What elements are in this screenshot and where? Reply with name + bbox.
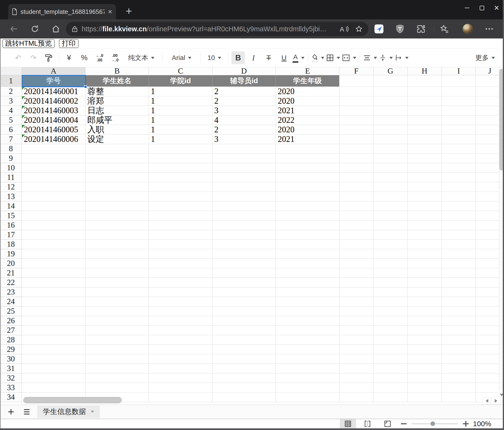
cell-H12[interactable]: [408, 182, 442, 192]
favorites-bar-icon[interactable]: [440, 24, 449, 34]
cell-C4[interactable]: 1: [149, 106, 212, 115]
cell-C8[interactable]: [149, 144, 212, 154]
maximize-button[interactable]: [474, 0, 489, 16]
cell-D34[interactable]: [212, 393, 276, 402]
row-header-13[interactable]: 13: [0, 192, 22, 201]
percent-format-button[interactable]: %: [78, 51, 91, 64]
cell-E14[interactable]: [276, 201, 339, 211]
row-header-18[interactable]: 18: [0, 240, 22, 249]
cell-B24[interactable]: [85, 297, 149, 307]
cell-B13[interactable]: [85, 192, 149, 201]
row-header-31[interactable]: 31: [0, 364, 22, 373]
cell-A22[interactable]: [22, 278, 85, 287]
cell-D19[interactable]: [212, 249, 276, 259]
cell-H31[interactable]: [408, 364, 442, 373]
cell-E16[interactable]: [276, 221, 339, 230]
cell-G8[interactable]: [373, 144, 408, 154]
cell-G14[interactable]: [373, 201, 408, 211]
cell-D12[interactable]: [212, 182, 276, 192]
zoom-in-button[interactable]: [460, 419, 471, 428]
profile-avatar[interactable]: [462, 24, 473, 34]
cell-F16[interactable]: [339, 221, 373, 230]
cell-F4[interactable]: [339, 106, 373, 115]
page-break-view-button[interactable]: [360, 419, 375, 428]
row-header-23[interactable]: 23: [0, 287, 22, 297]
zoom-slider-thumb[interactable]: [431, 421, 435, 426]
cell-I7[interactable]: [442, 134, 476, 144]
cell-I23[interactable]: [442, 287, 476, 297]
lock-icon[interactable]: [72, 25, 78, 32]
cell-E31[interactable]: [276, 364, 339, 373]
cell-F12[interactable]: [339, 182, 373, 192]
cell-I26[interactable]: [442, 316, 476, 326]
zoom-out-button[interactable]: [399, 419, 409, 428]
cell-D5[interactable]: 4: [212, 115, 276, 125]
fill-handle[interactable]: [84, 85, 87, 88]
close-button[interactable]: ×: [489, 0, 504, 16]
cell-C12[interactable]: [149, 182, 212, 192]
cell-E30[interactable]: [276, 354, 339, 364]
cell-H13[interactable]: [408, 192, 442, 201]
cell-B19[interactable]: [85, 249, 149, 259]
cell-E20[interactable]: [276, 259, 339, 268]
cell-G21[interactable]: [373, 268, 408, 278]
cell-I21[interactable]: [442, 268, 476, 278]
row-header-14[interactable]: 14: [0, 201, 22, 211]
refresh-button[interactable]: [30, 24, 40, 34]
cell-C20[interactable]: [149, 259, 212, 268]
cell-B3[interactable]: 溶郑: [85, 96, 149, 106]
column-header-A[interactable]: A: [22, 67, 85, 75]
cell-E4[interactable]: 2021: [276, 106, 339, 115]
cell-B26[interactable]: [85, 316, 149, 326]
cell-C7[interactable]: 1: [149, 134, 212, 144]
cell-H25[interactable]: [408, 307, 442, 316]
horizontal-align-button[interactable]: [363, 54, 377, 61]
cell-G7[interactable]: [373, 134, 408, 144]
cell-E19[interactable]: [276, 249, 339, 259]
cell-F1[interactable]: [339, 75, 373, 87]
cell-G13[interactable]: [373, 192, 408, 201]
cell-D21[interactable]: [212, 268, 276, 278]
row-header-3[interactable]: 3: [0, 96, 22, 106]
cell-B1[interactable]: 学生姓名: [85, 75, 149, 87]
fill-color-button[interactable]: [311, 54, 324, 62]
cell-H7[interactable]: [408, 134, 442, 144]
cell-B31[interactable]: [85, 364, 149, 373]
cell-D10[interactable]: [212, 163, 276, 173]
cell-C22[interactable]: [149, 278, 212, 287]
cell-I22[interactable]: [442, 278, 476, 287]
cell-G26[interactable]: [373, 316, 408, 326]
cell-B29[interactable]: [85, 345, 149, 354]
cell-C29[interactable]: [149, 345, 212, 354]
cell-C14[interactable]: [149, 201, 212, 211]
cell-A17[interactable]: [22, 230, 85, 240]
row-header-29[interactable]: 29: [0, 345, 22, 354]
cell-D22[interactable]: [212, 278, 276, 287]
cell-E10[interactable]: [276, 163, 339, 173]
cell-B33[interactable]: [85, 383, 149, 393]
cell-F17[interactable]: [339, 230, 373, 240]
cell-H20[interactable]: [408, 259, 442, 268]
cell-H24[interactable]: [408, 297, 442, 307]
cell-I32[interactable]: [442, 373, 476, 383]
add-sheet-button[interactable]: [6, 407, 16, 417]
cell-H34[interactable]: [408, 393, 442, 402]
cell-C16[interactable]: [149, 221, 212, 230]
cell-A1[interactable]: 学号: [22, 75, 85, 87]
cell-G30[interactable]: [373, 354, 408, 364]
row-header-4[interactable]: 4: [0, 106, 22, 115]
cell-C15[interactable]: [149, 211, 212, 221]
cell-C27[interactable]: [149, 326, 212, 335]
cell-A30[interactable]: [22, 354, 85, 364]
row-header-34[interactable]: 34: [0, 393, 22, 402]
cell-H15[interactable]: [408, 211, 442, 221]
cell-G10[interactable]: [373, 163, 408, 173]
cell-B10[interactable]: [85, 163, 149, 173]
cell-C23[interactable]: [149, 287, 212, 297]
cell-A16[interactable]: [22, 221, 85, 230]
cell-F14[interactable]: [339, 201, 373, 211]
cell-B18[interactable]: [85, 240, 149, 249]
cell-G23[interactable]: [373, 287, 408, 297]
cell-B15[interactable]: [85, 211, 149, 221]
cell-D6[interactable]: 2: [212, 125, 276, 134]
